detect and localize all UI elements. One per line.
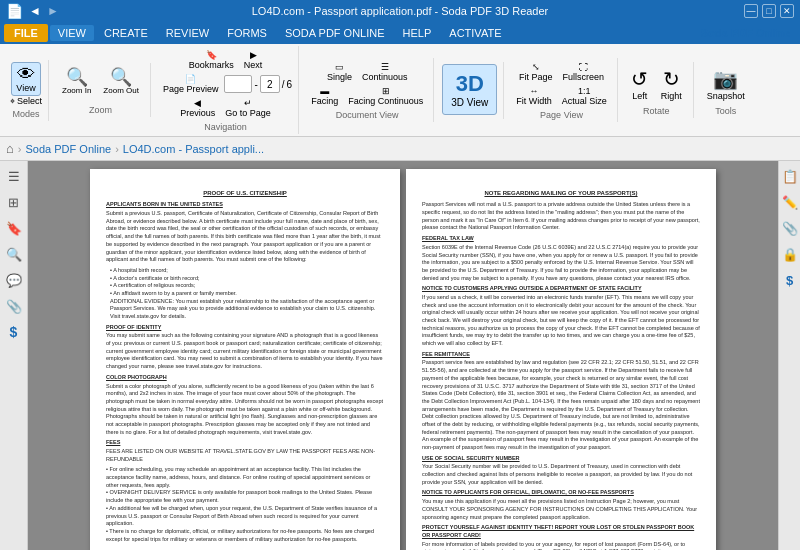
sidebar-bookmarks-icon[interactable]: 🔖 <box>3 217 25 239</box>
menu-activate[interactable]: ACTIVATE <box>441 25 509 41</box>
fit-width-icon: ↔ <box>530 86 539 96</box>
pdf-ssn-text: Your Social Security number will be prov… <box>422 463 700 486</box>
toolbar-group-page-view: ⤡ Fit Page ⛶ Fullscreen ↔ Fit Width 1:1 … <box>506 58 618 122</box>
menu-review[interactable]: REVIEW <box>158 25 217 41</box>
pageview-bottom: ↔ Fit Width 1:1 Actual Size <box>512 84 611 108</box>
view-icon: 👁 <box>17 65 35 83</box>
menu-create[interactable]: CREATE <box>96 25 156 41</box>
3d-icon: 3D <box>456 71 484 97</box>
pdf-notice-text: If you send us a check, it will be conve… <box>422 294 700 348</box>
continuous-button[interactable]: ☰ Continuous <box>358 60 412 84</box>
right-sidebar-icon1[interactable]: 📋 <box>779 165 801 187</box>
nav-middle-row: 📄 Page Preview 2 - / 6 <box>159 72 292 96</box>
fit-page-icon: ⤡ <box>532 62 540 72</box>
go-to-page-button[interactable]: ↵ Go to Page <box>221 96 275 120</box>
page-number-input[interactable]: 2 <box>224 75 252 93</box>
page-separator: - <box>254 79 257 90</box>
pdf-born-us-text: Submit a previous U.S. passport, Certifi… <box>106 210 384 264</box>
facing-continuous-button[interactable]: ⊞ Facing Continuous <box>344 84 427 108</box>
close-button[interactable]: ✕ <box>780 4 794 18</box>
pdf-section-federal-tax: FEDERAL TAX LAW <box>422 235 700 243</box>
toolbar-group-tools: 📷 Snapshot Tools <box>696 62 756 118</box>
3d-view-button[interactable]: 3D 3D View <box>442 64 497 115</box>
facing-icon: ▬ <box>320 86 329 96</box>
select-icon: ⌖ <box>10 96 15 107</box>
fullscreen-button[interactable]: ⛶ Fullscreen <box>559 60 609 84</box>
right-sidebar-icon4[interactable]: 🔒 <box>779 243 801 265</box>
toolbar-group-3d-view: 3D 3D View <box>436 62 504 119</box>
pdf-identity-text: You may submit same such as the followin… <box>106 332 384 370</box>
rotate-right-button[interactable]: ↻ Right <box>656 64 687 104</box>
window-controls: — □ ✕ <box>744 4 794 18</box>
menu-view[interactable]: VIEW <box>50 25 94 41</box>
navigation-label: Navigation <box>204 122 247 132</box>
title-bar-quick-access: ◄ ► <box>27 4 61 18</box>
breadcrumb-file[interactable]: LO4D.com - Passport appli... <box>123 143 264 155</box>
single-button[interactable]: ▭ Single <box>323 60 356 84</box>
right-sidebar-icon3[interactable]: 📎 <box>779 217 801 239</box>
docview-bottom-row: ▬ Facing ⊞ Facing Continuous <box>307 84 427 108</box>
pdf-section-born-us: APPLICANTS BORN IN THE UNITED STATES <box>106 201 384 209</box>
actual-size-button[interactable]: 1:1 Actual Size <box>558 84 611 108</box>
zoom-in-icon: 🔍 <box>66 68 88 86</box>
page-preview-button[interactable]: 📄 Page Preview <box>159 72 223 96</box>
sidebar-dollar-icon[interactable]: $ <box>3 321 25 343</box>
zoom-label: Zoom <box>89 105 112 115</box>
nav-bottom-row: ◀ Previous ↵ Go to Page <box>176 96 275 120</box>
pdf-remittance-text: Passport service fees are established by… <box>422 359 700 451</box>
facing-cont-icon: ⊞ <box>382 86 390 96</box>
right-sidebar-icon2[interactable]: ✏️ <box>779 191 801 213</box>
breadcrumb-soda[interactable]: Soda PDF Online <box>26 143 112 155</box>
right-sidebar-icon5[interactable]: $ <box>779 269 801 291</box>
pdf-pages-container: PROOF OF U.S. CITIZENSHIP APPLICANTS BOR… <box>90 169 716 550</box>
forward-icon[interactable]: ► <box>45 4 61 18</box>
view-mode-button[interactable]: 👁 View <box>11 62 40 96</box>
previous-button[interactable]: ◀ Previous <box>176 96 219 120</box>
menu-forms[interactable]: FORMS <box>219 25 275 41</box>
menu-help[interactable]: HELP <box>395 25 440 41</box>
sidebar-search-icon[interactable]: 🔍 <box>3 243 25 265</box>
select-mode-button[interactable]: ⌖ Select <box>10 96 42 107</box>
sidebar-attachments-icon[interactable]: 📎 <box>3 295 25 317</box>
toolbar-group-zoom: 🔍 Zoom In 🔍 Zoom Out Zoom <box>51 63 151 117</box>
pdf-page-2: NOTE REGARDING MAILING OF YOUR PASSPORT(… <box>406 169 716 550</box>
pdf-content-area[interactable]: PROOF OF U.S. CITIZENSHIP APPLICANTS BOR… <box>28 161 778 550</box>
toolbar-group-navigation: 🔖 Bookmarks ▶ Next 📄 Page Preview 2 - / … <box>153 46 299 134</box>
page-total-sep: / <box>282 79 285 90</box>
pdf-page2-heading: NOTE REGARDING MAILING OF YOUR PASSPORT(… <box>422 189 700 197</box>
page-number-input2[interactable] <box>260 75 280 93</box>
bookmarks-button[interactable]: 🔖 Bookmarks <box>185 48 238 72</box>
pdf-diplomatic-text: You may use this application if you meet… <box>422 498 700 521</box>
zoom-in-button[interactable]: 🔍 Zoom In <box>57 65 96 98</box>
menu-file[interactable]: FILE <box>4 24 48 42</box>
pageview-top: ⤡ Fit Page ⛶ Fullscreen <box>515 60 608 84</box>
pdf-tax-text: Section 6039E of the Internal Revenue Co… <box>422 244 700 282</box>
next-button[interactable]: ▶ Next <box>240 48 267 72</box>
zoom-out-button[interactable]: 🔍 Zoom Out <box>98 65 144 98</box>
rotate-buttons: ↺ Left ↻ Right <box>626 64 687 104</box>
pdf-identity-theft-text: For more information of labels provided … <box>422 541 700 550</box>
left-sidebar: ☰ ⊞ 🔖 🔍 💬 📎 $ <box>0 161 28 550</box>
sidebar-thumbs-icon[interactable]: ⊞ <box>3 191 25 213</box>
pdf-section-fees: FEES <box>106 439 384 447</box>
snapshot-button[interactable]: 📷 Snapshot <box>702 64 750 104</box>
soda-brand-label[interactable]: Soda PDF Online <box>701 27 796 39</box>
rotate-left-button[interactable]: ↺ Left <box>626 64 654 104</box>
pdf-page-1-content: PROOF OF U.S. CITIZENSHIP APPLICANTS BOR… <box>106 189 384 550</box>
fit-page-button[interactable]: ⤡ Fit Page <box>515 60 557 84</box>
title-bar: 📄 ◄ ► LO4D.com - Passport application.pd… <box>0 0 800 22</box>
pdf-section-color-photo: COLOR PHOTOGRAPH <box>106 374 384 382</box>
menu-soda-online[interactable]: SODA PDF ONLINE <box>277 25 393 41</box>
rotate-label: Rotate <box>643 106 670 116</box>
sidebar-panels-icon[interactable]: ☰ <box>3 165 25 187</box>
fit-width-button[interactable]: ↔ Fit Width <box>512 84 556 108</box>
home-icon[interactable]: ⌂ <box>6 141 14 156</box>
page-preview-icon: 📄 <box>185 74 196 84</box>
back-icon[interactable]: ◄ <box>27 4 43 18</box>
document-view-label: Document View <box>336 110 399 120</box>
sidebar-comments-icon[interactable]: 💬 <box>3 269 25 291</box>
facing-button[interactable]: ▬ Facing <box>307 84 342 108</box>
minimize-button[interactable]: — <box>744 4 758 18</box>
pdf-page-1: PROOF OF U.S. CITIZENSHIP APPLICANTS BOR… <box>90 169 400 550</box>
maximize-button[interactable]: □ <box>762 4 776 18</box>
